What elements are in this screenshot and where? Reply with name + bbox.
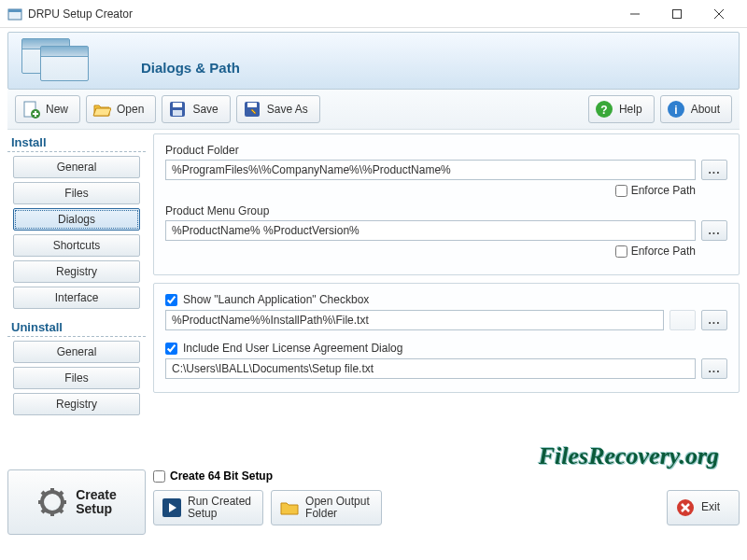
window-controls <box>613 1 740 27</box>
about-button[interactable]: i About <box>660 95 732 123</box>
svg-line-27 <box>42 509 46 512</box>
eula-label: Include End User License Agreement Dialo… <box>183 342 402 355</box>
product-folder-browse-button[interactable]: ... <box>701 160 727 180</box>
banner-illustration <box>18 35 111 81</box>
folder-icon <box>279 497 300 518</box>
eula-file-input[interactable] <box>165 358 696 379</box>
sidebar-item-registry[interactable]: Registry <box>13 260 140 283</box>
help-label: Help <box>619 103 642 116</box>
save-label: Save <box>192 103 218 116</box>
open-label: Open <box>117 103 144 116</box>
create-64bit-checkbox[interactable] <box>153 470 165 483</box>
enforce-path-1-checkbox[interactable] <box>615 185 627 197</box>
close-icon <box>675 497 696 518</box>
help-icon: ? <box>595 100 613 119</box>
create-setup-button[interactable]: Create Setup <box>7 469 146 535</box>
sidebar-item-shortcuts[interactable]: Shortcuts <box>13 234 140 257</box>
enforce-path-2-label: Enforce Path <box>631 245 696 258</box>
save-icon <box>168 100 187 119</box>
paths-panel: Product Folder ... Enforce Path Product … <box>153 133 740 275</box>
launch-file-browse-button[interactable]: ... <box>701 310 727 330</box>
enforce-path-1-label: Enforce Path <box>631 184 696 197</box>
sidebar-item-files[interactable]: Files <box>13 182 140 204</box>
titlebar: DRPU Setup Creator <box>0 0 747 28</box>
sidebar-item-uninstall-general[interactable]: General <box>13 341 140 363</box>
sidebar-item-dialogs[interactable]: Dialogs <box>13 208 140 231</box>
svg-line-25 <box>59 509 63 512</box>
window-title: DRPU Setup Creator <box>28 7 613 21</box>
svg-text:?: ? <box>600 104 607 117</box>
open-button[interactable]: Open <box>86 95 156 123</box>
gear-icon <box>36 486 68 518</box>
play-icon <box>162 497 182 518</box>
svg-line-24 <box>42 492 46 496</box>
content: Install General Files Dialogs Shortcuts … <box>0 130 747 466</box>
open-output-label: Open Output Folder <box>305 496 370 520</box>
app-icon <box>7 7 22 21</box>
main-panel: Product Folder ... Enforce Path Product … <box>153 133 740 466</box>
about-label: About <box>691 103 720 116</box>
maximize-button[interactable] <box>655 1 698 27</box>
eula-file-browse-button[interactable]: ... <box>701 358 727 379</box>
create-64bit-label: Create 64 Bit Setup <box>170 469 273 483</box>
show-launch-label: Show "Launch Application" Checkbox <box>183 293 369 306</box>
saveas-label: Save As <box>267 103 308 116</box>
page-title: Dialogs & Path <box>141 60 240 76</box>
info-icon: i <box>667 100 685 119</box>
eula-checkbox[interactable] <box>165 343 177 355</box>
sidebar-item-uninstall-files[interactable]: Files <box>13 367 140 389</box>
svg-text:i: i <box>674 104 677 117</box>
create-setup-label: Create Setup <box>76 488 117 517</box>
new-label: New <box>46 103 68 116</box>
exit-button[interactable]: Exit <box>667 490 740 525</box>
svg-rect-14 <box>247 103 257 107</box>
enforce-path-2-checkbox[interactable] <box>615 245 627 258</box>
svg-rect-12 <box>173 110 182 116</box>
close-button[interactable] <box>698 1 740 27</box>
sidebar-item-general[interactable]: General <box>13 156 140 178</box>
menu-group-input[interactable] <box>165 220 696 241</box>
launch-file-input[interactable] <box>165 310 664 330</box>
saveas-icon <box>243 100 261 119</box>
sidebar-item-interface[interactable]: Interface <box>13 287 140 309</box>
menu-group-label: Product Menu Group <box>165 204 727 217</box>
open-output-folder-button[interactable]: Open Output Folder <box>271 490 382 525</box>
menu-group-browse-button[interactable]: ... <box>701 220 727 241</box>
product-folder-label: Product Folder <box>165 144 727 157</box>
svg-rect-3 <box>672 9 681 18</box>
svg-line-26 <box>59 492 63 496</box>
svg-point-28 <box>48 497 57 507</box>
bottom-bar: Create Setup Create 64 Bit Setup Run Cre… <box>0 466 747 542</box>
install-heading: Install <box>7 133 146 152</box>
save-button[interactable]: Save <box>162 95 230 123</box>
minimize-button[interactable] <box>613 1 655 27</box>
options-panel: Show "Launch Application" Checkbox ... I… <box>153 283 740 393</box>
sidebar: Install General Files Dialogs Shortcuts … <box>7 133 146 466</box>
folder-open-icon <box>92 100 111 119</box>
show-launch-checkbox[interactable] <box>165 294 177 306</box>
run-label: Run Created Setup <box>188 496 251 520</box>
launch-file-extra-button <box>669 310 696 330</box>
new-button[interactable]: New <box>15 95 80 123</box>
product-folder-input[interactable] <box>165 160 696 180</box>
svg-rect-1 <box>8 9 21 12</box>
exit-label: Exit <box>701 501 720 513</box>
toolbar: New Open Save Save As ? Help i About <box>7 90 740 130</box>
help-button[interactable]: ? Help <box>588 95 655 123</box>
new-icon <box>21 100 40 119</box>
run-created-setup-button[interactable]: Run Created Setup <box>153 490 263 525</box>
uninstall-heading: Uninstall <box>7 318 146 337</box>
sidebar-item-uninstall-registry[interactable]: Registry <box>13 393 140 415</box>
banner: Dialogs & Path <box>7 32 740 90</box>
svg-rect-11 <box>173 103 182 107</box>
saveas-button[interactable]: Save As <box>236 95 320 123</box>
